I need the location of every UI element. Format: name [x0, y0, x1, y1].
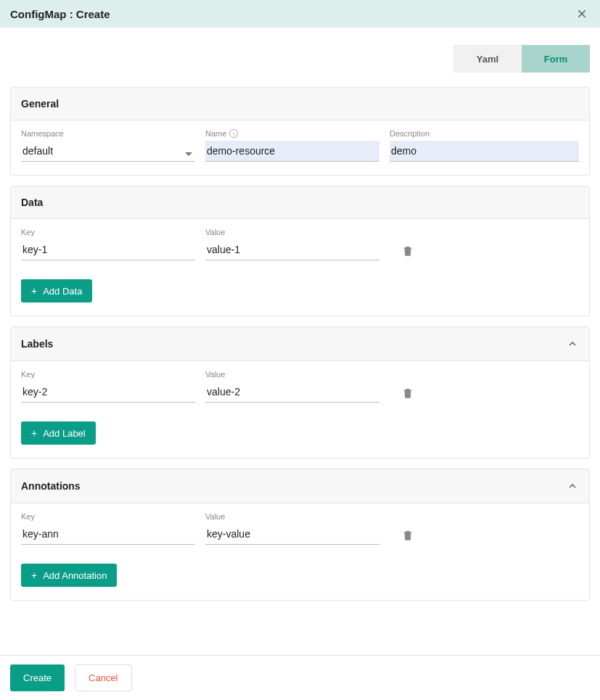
description-field: Description: [390, 129, 579, 162]
add-label-button[interactable]: + Add Label: [21, 421, 96, 445]
labels-row: Key Value: [21, 370, 579, 403]
create-button[interactable]: Create: [10, 664, 65, 691]
trash-icon[interactable]: [401, 387, 414, 400]
name-label-text: Name: [205, 129, 226, 138]
labels-key-label: Key: [21, 370, 195, 379]
annotations-key-input[interactable]: [21, 524, 195, 545]
name-input[interactable]: [205, 141, 379, 162]
panel-data: Data Key Value + Add Data: [10, 186, 590, 316]
trash-icon[interactable]: [401, 244, 414, 258]
add-annotation-label: Add Annotation: [43, 570, 107, 581]
labels-value-label: Value: [205, 370, 379, 379]
chevron-down-icon: [185, 152, 192, 156]
panel-annotations-header: Annotations: [11, 469, 589, 503]
plus-icon: +: [31, 285, 37, 297]
data-value-input[interactable]: [205, 239, 379, 260]
tab-form[interactable]: Form: [522, 45, 590, 73]
chevron-up-icon: [567, 338, 578, 350]
panel-labels-title: Labels: [21, 338, 53, 350]
panel-general: General Namespace Name i Description: [10, 87, 590, 176]
dialog-title: ConfigMap : Create: [10, 8, 110, 20]
annotations-row: Key Value: [21, 512, 579, 545]
annotations-value-label: Value: [205, 512, 379, 521]
namespace-field: Namespace: [21, 129, 195, 162]
close-button[interactable]: [574, 6, 590, 22]
add-annotation-button[interactable]: + Add Annotation: [21, 564, 117, 587]
panel-general-header: General: [11, 88, 589, 120]
add-data-button[interactable]: + Add Data: [21, 279, 92, 302]
name-field: Name i: [205, 129, 379, 162]
labels-key-input[interactable]: [21, 382, 195, 403]
view-tabs: Yaml Form: [10, 45, 590, 73]
data-row: Key Value: [21, 228, 579, 260]
panel-annotations-title: Annotations: [21, 480, 81, 492]
name-label: Name i: [205, 129, 379, 138]
panel-labels-header: Labels: [11, 327, 589, 361]
dialog-footer: Create Cancel: [0, 655, 600, 700]
tab-yaml[interactable]: Yaml: [453, 45, 522, 73]
annotations-key-label: Key: [21, 512, 195, 521]
description-input[interactable]: [390, 141, 579, 162]
close-icon: [576, 8, 588, 20]
namespace-select[interactable]: [21, 141, 195, 162]
data-key-label: Key: [21, 228, 195, 236]
annotations-value-input[interactable]: [205, 524, 379, 545]
data-value-label: Value: [205, 228, 379, 236]
cancel-button[interactable]: Cancel: [75, 664, 131, 691]
plus-icon: +: [31, 427, 37, 439]
collapse-annotations-button[interactable]: [566, 479, 579, 493]
plus-icon: +: [31, 569, 37, 581]
data-key-input[interactable]: [21, 239, 195, 260]
collapse-labels-button[interactable]: [566, 337, 579, 350]
namespace-label: Namespace: [21, 129, 195, 138]
panel-general-title: General: [21, 98, 59, 110]
panel-labels: Labels Key Value + Add Label: [10, 326, 590, 458]
chevron-up-icon: [567, 480, 578, 492]
add-label-label: Add Label: [43, 428, 86, 439]
description-label: Description: [390, 129, 579, 138]
trash-icon[interactable]: [401, 529, 414, 542]
labels-value-input[interactable]: [205, 382, 379, 403]
panel-annotations: Annotations Key Value + Add Annotation: [10, 469, 590, 601]
panel-data-title: Data: [21, 197, 43, 208]
panel-data-header: Data: [11, 186, 589, 219]
dialog-header: ConfigMap : Create: [0, 0, 600, 28]
add-data-label: Add Data: [43, 286, 82, 297]
info-icon[interactable]: i: [229, 129, 238, 138]
